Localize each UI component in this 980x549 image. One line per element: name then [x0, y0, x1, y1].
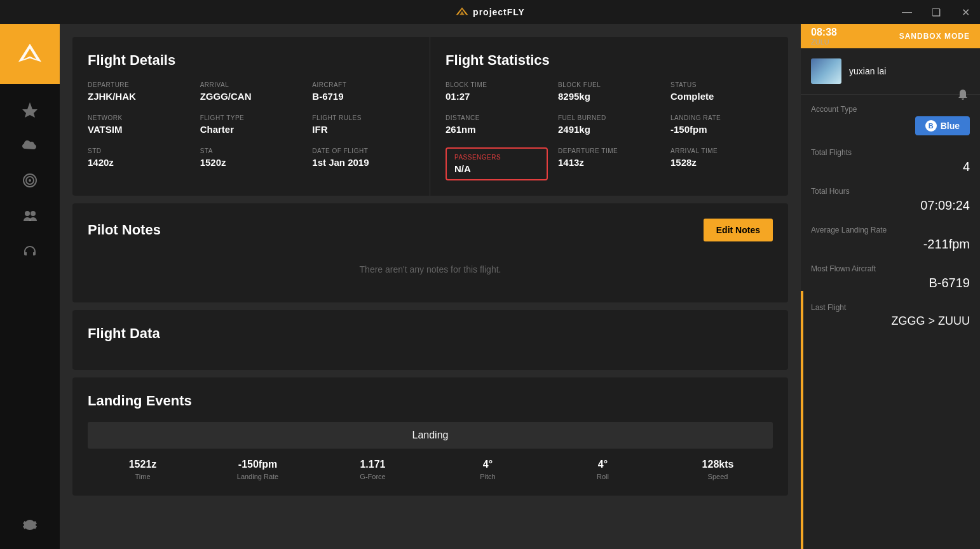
aircraft-label: AIRCRAFT: [312, 81, 414, 88]
landing-roll: 4° Roll: [548, 459, 658, 480]
std-label: STD: [88, 147, 190, 154]
total-flights-value: 4: [811, 159, 970, 174]
maximize-button[interactable]: ❑: [922, 0, 951, 24]
minimize-button[interactable]: —: [892, 0, 922, 24]
flight-statistics-section: Flight Statistics BLOCK TIME 01:27 BLOCK…: [430, 37, 788, 196]
pilot-notes-header: Pilot Notes Edit Notes: [88, 219, 773, 241]
block-fuel-label: BLOCK FUEL: [558, 81, 660, 88]
date-label: DATE OF FLIGHT: [312, 147, 414, 154]
fuel-burned-label: FUEL BURNED: [558, 114, 660, 121]
landing-roll-label: Roll: [548, 473, 658, 480]
community-nav-icon: [21, 207, 39, 225]
landing-gforce-label: G-Force: [318, 473, 428, 480]
departure-value: ZJHK/HAK: [88, 91, 190, 102]
sidebar-bottom: [10, 508, 50, 549]
sandbox-mode-badge: SANDBOX MODE: [899, 32, 970, 41]
sidebar-item-community[interactable]: [10, 201, 50, 231]
fuel-burned-stat: FUEL BURNED 2491kg: [558, 114, 660, 135]
block-time-label: BLOCK TIME: [446, 81, 548, 88]
arrival-value: ZGGG/CAN: [200, 91, 303, 102]
edit-notes-button[interactable]: Edit Notes: [704, 219, 773, 241]
network-stat: NETWORK VATSIM: [88, 114, 190, 135]
most-flown-value: B-6719: [811, 276, 970, 290]
passengers-label: PASSENGERS: [454, 154, 539, 161]
flight-rules-value: IFR: [312, 124, 414, 135]
passengers-value: N/A: [454, 163, 539, 174]
status-stat: STATUS Complete: [670, 81, 773, 102]
network-label: NETWORK: [88, 114, 190, 121]
landing-roll-value: 4°: [548, 459, 658, 470]
total-hours-group: Total Hours 07:09:24: [811, 187, 970, 213]
fuel-burned-value: 2491kg: [558, 124, 660, 135]
sidebar-item-settings[interactable]: [10, 508, 50, 539]
landing-rate-label: LANDING RATE: [670, 114, 773, 121]
avg-landing-rate-value: -211fpm: [811, 237, 970, 252]
avatar: [811, 58, 841, 84]
badge-label: Blue: [941, 121, 960, 131]
departure-stat: DEPARTURE ZJHK/HAK: [88, 81, 190, 102]
status-label: STATUS: [670, 81, 773, 88]
last-flight-value: ZGGG > ZUUU: [811, 315, 970, 328]
sidebar-item-headset[interactable]: [10, 236, 50, 267]
total-hours-value: 07:09:24: [811, 198, 970, 213]
notes-empty-message: There aren't any notes for this flight.: [88, 252, 773, 287]
sidebar-item-target[interactable]: [10, 165, 50, 196]
status-value: Complete: [670, 91, 773, 102]
stats-section: Account Type B Blue Total Flights 4 Tota…: [801, 95, 980, 338]
landing-rate-val: -150fpm: [203, 459, 313, 470]
arrival-stat: ARRIVAL ZGGG/CAN: [200, 81, 303, 102]
distance-value: 261nm: [446, 124, 548, 135]
landing-rate-lbl: Landing Rate: [203, 473, 313, 480]
std-stat: STD 1420z: [88, 147, 190, 168]
pilot-notes-title: Pilot Notes: [88, 222, 161, 238]
account-type-group: Account Type B Blue: [811, 105, 970, 135]
account-type-label: Account Type: [811, 105, 970, 114]
total-flights-label: Total Flights: [811, 148, 970, 157]
last-flight-label: Last Flight: [811, 303, 970, 312]
time-value: 08:38: [811, 27, 837, 38]
notification-bell[interactable]: [956, 88, 970, 104]
bell-icon: [956, 88, 970, 102]
most-flown-group: Most Flown Aircraft B-6719: [811, 264, 970, 290]
block-fuel-stat: BLOCK FUEL 8295kg: [558, 81, 660, 102]
landing-rate-value: -150fpm: [670, 124, 773, 135]
landing-table-header: Landing: [88, 422, 773, 449]
std-value: 1420z: [88, 157, 190, 168]
landing-rate: -150fpm Landing Rate: [203, 459, 313, 480]
landing-speed-value: 128kts: [663, 459, 773, 470]
landing-time: 1521z Time: [88, 459, 198, 480]
arrival-time-label: ARRIVAL TIME: [670, 147, 773, 154]
timezone-label: ZULU: [811, 38, 837, 46]
close-button[interactable]: ✕: [951, 0, 980, 24]
avg-landing-rate-label: Average Landing Rate: [811, 226, 970, 234]
sidebar-item-cloud[interactable]: [10, 130, 50, 160]
departure-time-value: 1413z: [558, 157, 660, 168]
sidebar: [0, 24, 60, 549]
landing-pitch: 4° Pitch: [433, 459, 543, 480]
flight-rules-stat: FLIGHT RULES IFR: [312, 114, 414, 135]
svg-point-6: [25, 211, 30, 216]
right-panel: 08:38 ZULU SANDBOX MODE yuxian lai Accou…: [801, 24, 980, 549]
headset-nav-icon: [21, 243, 39, 261]
avg-landing-rate-group: Average Landing Rate -211fpm: [811, 226, 970, 252]
flights-nav-icon: [21, 100, 39, 118]
orange-accent-bar: [801, 291, 803, 549]
landing-speed: 128kts Speed: [663, 459, 773, 480]
passengers-stat: PASSENGERS N/A: [446, 147, 548, 180]
badge-b-icon: B: [925, 120, 937, 132]
flight-stats-grid: BLOCK TIME 01:27 BLOCK FUEL 8295kg STATU…: [446, 81, 773, 180]
sta-value: 1520z: [200, 157, 303, 168]
aircraft-stat: AIRCRAFT B-6719: [312, 81, 414, 102]
total-hours-label: Total Hours: [811, 187, 970, 196]
pilot-notes-card: Pilot Notes Edit Notes There aren't any …: [72, 203, 788, 302]
total-flights-group: Total Flights 4: [811, 148, 970, 174]
app-logo: projectFLY: [455, 6, 525, 18]
date-stat: DATE OF FLIGHT 1st Jan 2019: [312, 147, 414, 168]
avatar-image: [811, 58, 841, 84]
logo-icon: [455, 6, 469, 18]
last-flight-group: Last Flight ZGGG > ZUUU: [811, 303, 970, 328]
departure-label: DEPARTURE: [88, 81, 190, 88]
sidebar-item-flights[interactable]: [10, 94, 50, 125]
landing-time-label: Time: [88, 473, 198, 480]
arrival-time-stat: ARRIVAL TIME 1528z: [670, 147, 773, 180]
